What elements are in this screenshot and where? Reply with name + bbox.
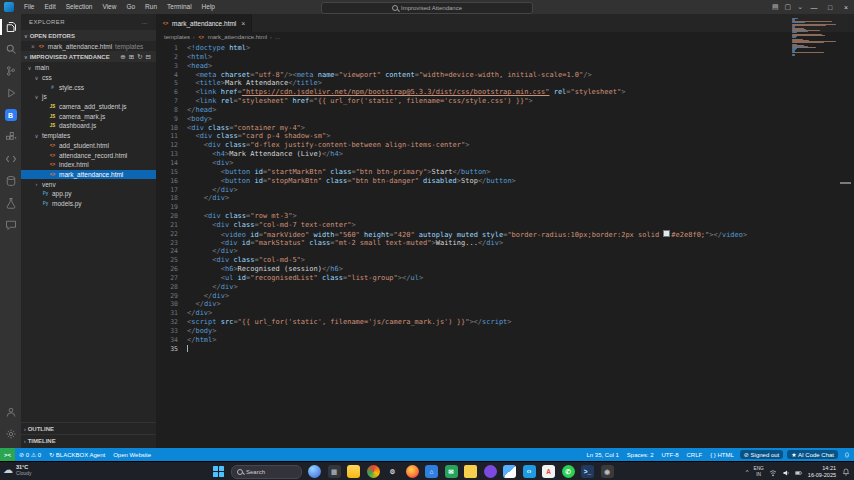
tree-item-style-css[interactable]: #style.css: [21, 82, 156, 92]
taskbar-icon-chrome[interactable]: [367, 465, 380, 478]
menu-help[interactable]: Help: [197, 0, 220, 14]
new-folder-icon[interactable]: ⊞: [129, 53, 134, 61]
taskbar-icon-app-purple[interactable]: [484, 465, 497, 478]
taskbar-icon-file-explorer[interactable]: [347, 465, 360, 478]
breadcrumb-item[interactable]: …: [275, 34, 281, 40]
taskbar-icon-camera[interactable]: ◉: [601, 465, 614, 478]
activity-account-icon[interactable]: [0, 401, 21, 423]
taskbar-icon-anydesk[interactable]: A: [542, 465, 555, 478]
more-actions-icon[interactable]: …: [142, 19, 148, 25]
activity-explorer-icon[interactable]: [0, 16, 21, 38]
weather-widget[interactable]: ☁ 31°C Cloudy: [3, 464, 32, 476]
notification-bell-icon[interactable]: [841, 467, 850, 476]
activity-chat-icon[interactable]: [0, 214, 21, 236]
refresh-icon[interactable]: ↻: [137, 53, 142, 61]
tree-item-main[interactable]: ∨main: [21, 63, 156, 73]
tab-mark-attendance[interactable]: <> mark_attendance.html ×: [156, 14, 252, 32]
tree-item-app-py[interactable]: Pyapp.py: [21, 189, 156, 199]
close-tab-icon[interactable]: ×: [241, 20, 245, 27]
tree-item-camera_mark-js[interactable]: JScamera_mark.js: [21, 111, 156, 121]
tree-item-venv[interactable]: ›venv: [21, 179, 156, 189]
menu-go[interactable]: Go: [121, 0, 140, 14]
clock-widget[interactable]: 14:2116-09-2025: [808, 465, 836, 478]
menu-view[interactable]: View: [97, 0, 121, 14]
taskbar-icon-photos[interactable]: [503, 465, 516, 478]
taskbar-icon-whatsapp[interactable]: ✆: [562, 465, 575, 478]
tree-item-attendance_record-html[interactable]: <>attendance_record.html: [21, 150, 156, 160]
command-center-search[interactable]: Improvised Attendance: [321, 2, 533, 14]
activity-remote-explorer-icon[interactable]: [0, 148, 21, 170]
tree-item-index-html[interactable]: <>index.html: [21, 160, 156, 170]
status-remote-indicator[interactable]: ><: [0, 448, 15, 461]
tree-item-dashboard-js[interactable]: JSdashboard.js: [21, 121, 156, 131]
language-indicator[interactable]: ENGIN: [753, 466, 763, 477]
battery-icon[interactable]: [795, 463, 803, 480]
workspace-header[interactable]: ∨ IMPROVISED ATTENDANCE ⊕⊞↻⊟: [21, 51, 156, 62]
status-cursor-position[interactable]: Ln 35, Col 1: [582, 452, 622, 458]
activity-extensions-icon[interactable]: [0, 126, 21, 148]
taskbar-icon-app-grid[interactable]: ▦: [328, 465, 341, 478]
section-outline[interactable]: ›OUTLINE: [21, 422, 156, 434]
breadcrumb-item[interactable]: templates: [164, 34, 190, 40]
tray-chevron-icon[interactable]: ^: [746, 469, 749, 475]
section-timeline[interactable]: ›TIMELINE: [21, 434, 156, 446]
breadcrumb-item[interactable]: mark_attendance.html: [208, 34, 267, 40]
status-open-website[interactable]: Open Website: [109, 452, 155, 458]
tree-item-css[interactable]: ∨css: [21, 73, 156, 83]
minimize-button[interactable]: —: [806, 0, 822, 14]
toggle-panel-icon[interactable]: ▤: [769, 3, 782, 11]
menu-edit[interactable]: Edit: [39, 0, 60, 14]
activity-run-debug-icon[interactable]: [0, 82, 21, 104]
taskbar-icon-vscode[interactable]: ‹›: [523, 465, 536, 478]
taskbar-icon-copilot[interactable]: [308, 465, 321, 478]
scrollbar-thumb[interactable]: [840, 182, 851, 184]
status-blackbox-agent[interactable]: ↻ BLACKBOX Agent: [45, 451, 109, 458]
status-indentation[interactable]: Spaces: 2: [623, 452, 658, 458]
status-encoding[interactable]: UTF-8: [658, 452, 683, 458]
taskbar-icon-settings[interactable]: ⚙: [386, 465, 399, 478]
taskbar-icon-powershell[interactable]: >_: [581, 465, 594, 478]
status-problems[interactable]: ⊘ 0 ⚠ 0: [15, 451, 45, 458]
status-ai-code-chat[interactable]: ★ AI Code Chat: [787, 450, 838, 459]
chevron-down-icon[interactable]: ⌄: [794, 3, 806, 11]
menu-selection[interactable]: Selection: [61, 0, 98, 14]
taskbar-search[interactable]: Search: [231, 465, 302, 479]
tree-item-models-py[interactable]: Pymodels.py: [21, 199, 156, 209]
menu-run[interactable]: Run: [140, 0, 162, 14]
activity-source-control-icon[interactable]: [0, 60, 21, 82]
start-button[interactable]: [212, 465, 225, 478]
menu-file[interactable]: File: [19, 0, 39, 14]
status-language-mode[interactable]: { } HTML: [706, 452, 738, 458]
activity-database-icon[interactable]: [0, 170, 21, 192]
new-file-icon[interactable]: ⊕: [120, 53, 125, 61]
close-icon[interactable]: ×: [31, 43, 35, 50]
code-area[interactable]: 1<!doctype html>2<html>3<head>4 <meta ch…: [156, 44, 854, 448]
taskbar-icon-firefox[interactable]: [406, 465, 419, 478]
notifications-bell-icon[interactable]: [840, 452, 854, 458]
taskbar-icon-microsoft-store[interactable]: ⌂: [425, 465, 438, 478]
tree-item-templates[interactable]: ∨templates: [21, 131, 156, 141]
taskbar-icon-sticky-notes[interactable]: [464, 465, 477, 478]
menu-terminal[interactable]: Terminal: [162, 0, 197, 14]
open-editor-item[interactable]: × <> mark_attendance.html templates: [21, 41, 156, 51]
minimap[interactable]: [792, 18, 838, 57]
open-editors-header[interactable]: ∨ OPEN EDITORS: [21, 30, 156, 41]
status-eol[interactable]: CRLF: [683, 452, 707, 458]
activity-testing-icon[interactable]: [0, 192, 21, 214]
layout-icon[interactable]: ▢: [782, 3, 795, 11]
close-button[interactable]: ×: [838, 0, 854, 14]
volume-icon[interactable]: [782, 463, 790, 480]
activity-search-icon[interactable]: [0, 38, 21, 60]
tree-item-js[interactable]: ∨js: [21, 92, 156, 102]
tree-item-camera_add_student-js[interactable]: JScamera_add_student.js: [21, 102, 156, 112]
collapse-all-icon[interactable]: ⊟: [146, 53, 151, 61]
vscode-logo-icon[interactable]: [4, 2, 14, 12]
activity-settings-icon[interactable]: [0, 423, 21, 445]
wifi-icon[interactable]: [769, 463, 777, 480]
taskbar-icon-app-green[interactable]: ✉: [445, 465, 458, 478]
maximize-button[interactable]: □: [822, 0, 838, 14]
activity-blackbox-ai-icon[interactable]: B: [0, 104, 21, 126]
tree-item-mark_attendance-html[interactable]: <>mark_attendance.html: [21, 170, 156, 180]
status-signed-out[interactable]: ⊘ Signed out: [740, 450, 783, 459]
tree-item-add_student-html[interactable]: <>add_student.html: [21, 141, 156, 151]
